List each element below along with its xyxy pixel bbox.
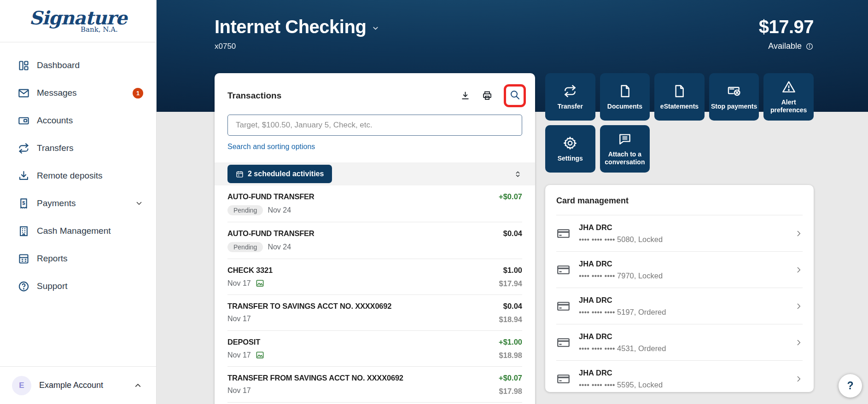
sidebar-item-messages[interactable]: Messages 1 <box>0 79 156 107</box>
svg-text:$: $ <box>22 200 25 206</box>
transaction-row[interactable]: TRANSFER TO SAVINGS ACCT NO. XXXX0692 No… <box>227 295 522 331</box>
card-name: JHA DRC <box>579 260 786 268</box>
card-row[interactable]: JHA DRC •••• •••• •••• 5080, Locked <box>556 215 803 252</box>
chevron-right-icon <box>795 266 803 274</box>
stop-payment-icon <box>727 84 741 98</box>
sidebar-item-transfers[interactable]: Transfers <box>0 134 156 162</box>
status-badge: Pending <box>227 205 263 215</box>
attach-to-conversation-button[interactable]: Attach to a conversation <box>600 125 650 173</box>
transaction-name: DEPOSIT <box>227 338 264 346</box>
transaction-amount: $0.04 <box>503 229 522 238</box>
transaction-amount: $0.04 <box>499 302 522 311</box>
transaction-row[interactable]: AUTO-FUND TRANSFER Pending Nov 24 +$0.07 <box>227 185 522 222</box>
transaction-date: Nov 17 <box>227 315 251 323</box>
chevron-right-icon <box>795 230 803 237</box>
sidebar-nav: Dashboard Messages 1 Accounts Transfers <box>0 42 156 300</box>
scheduled-activities-button[interactable]: 2 scheduled activities <box>227 165 332 183</box>
transaction-row[interactable]: AUTO-FUND TRANSFER Pending Nov 24 $0.04 <box>227 222 522 259</box>
card-management-panel: Card management JHA DRC •••• •••• •••• 5… <box>545 185 814 392</box>
transaction-amount: +$0.07 <box>499 192 522 201</box>
info-icon[interactable] <box>805 42 814 51</box>
running-balance: $18.94 <box>499 315 522 324</box>
reports-icon <box>17 253 30 265</box>
settings-button[interactable]: Settings <box>545 125 595 173</box>
quick-action-label: Transfer <box>558 103 583 110</box>
document-icon <box>672 84 687 98</box>
transaction-row[interactable]: TRANSFER FROM SAVINGS ACCT NO. XXXX0692 … <box>227 367 522 403</box>
check-image-icon[interactable] <box>256 351 264 359</box>
transaction-name: TRANSFER FROM SAVINGS ACCT NO. XXXX0692 <box>227 374 403 382</box>
sidebar-item-label: Accounts <box>37 115 143 126</box>
sidebar-item-dashboard[interactable]: Dashboard <box>0 52 156 79</box>
card-name: JHA DRC <box>579 296 786 305</box>
card-name: JHA DRC <box>579 332 786 341</box>
card-row[interactable]: JHA DRC •••• •••• •••• 4531, Ordered <box>556 324 803 361</box>
sidebar-item-accounts[interactable]: Accounts <box>0 107 156 134</box>
alert-preferences-button[interactable]: Alert preferences <box>763 73 814 121</box>
quick-actions: Transfer Documents eStatements <box>545 73 814 173</box>
stop-payments-button[interactable]: Stop payments <box>709 73 759 121</box>
sidebar-item-label: Messages <box>37 88 126 98</box>
sidebar-item-label: Dashboard <box>37 60 143 70</box>
transaction-amount: +$0.07 <box>499 374 522 382</box>
chevron-right-icon <box>795 339 803 346</box>
payments-icon: $ <box>17 197 30 210</box>
envelope-icon <box>17 87 30 99</box>
print-icon[interactable] <box>482 90 493 101</box>
building-icon <box>17 225 30 237</box>
calendar-icon <box>236 170 244 178</box>
sidebar-item-reports[interactable]: Reports <box>0 245 156 272</box>
quick-action-label: Alert preferences <box>765 98 812 114</box>
sidebar-item-label: Transfers <box>37 143 143 153</box>
card-row[interactable]: JHA DRC •••• •••• •••• 5197, Ordered <box>556 288 803 324</box>
card-detail: •••• •••• •••• 5080, Locked <box>579 235 786 244</box>
transaction-date: Nov 24 <box>268 243 291 251</box>
transaction-row[interactable]: CHECK 3321 Nov 17 $1.00 $17.94 <box>227 259 522 295</box>
search-sorting-options-link[interactable]: Search and sorting options <box>227 143 315 151</box>
chevron-right-icon <box>795 302 803 310</box>
check-image-icon[interactable] <box>256 279 264 288</box>
transaction-name: AUTO-FUND TRANSFER <box>227 192 315 201</box>
available-balance: $17.97 <box>759 17 814 37</box>
status-badge: Pending <box>227 242 263 252</box>
document-icon <box>618 84 632 98</box>
documents-button[interactable]: Documents <box>600 73 650 121</box>
transaction-row[interactable]: DEPOSIT Nov 17 +$1.00 $18.98 <box>227 331 522 367</box>
running-balance: $18.98 <box>499 351 522 360</box>
transaction-amount: $1.00 <box>499 266 522 275</box>
chevron-down-icon <box>135 199 143 208</box>
chevron-right-icon <box>795 375 803 383</box>
download-icon[interactable] <box>460 91 471 101</box>
account-switcher[interactable]: E Example Account <box>0 366 156 404</box>
running-balance: $17.98 <box>499 387 522 396</box>
transactions-title: Transactions <box>227 91 281 101</box>
quick-action-label: Stop payments <box>711 103 757 110</box>
sidebar-item-payments[interactable]: $ Payments <box>0 190 156 217</box>
transfer-button[interactable]: Transfer <box>545 73 595 121</box>
sort-order-icon[interactable] <box>513 170 522 179</box>
sidebar: Signature Bank, N.A. Dashboard Messages … <box>0 0 157 404</box>
credit-card-icon <box>556 226 571 241</box>
transaction-search-input[interactable] <box>227 115 522 136</box>
account-switcher-name: Example Account <box>39 381 126 390</box>
estatements-button[interactable]: eStatements <box>654 73 705 121</box>
quick-action-label: Settings <box>558 155 583 162</box>
sidebar-item-label: Payments <box>37 198 128 208</box>
bank-logo-name: Signature <box>29 9 127 27</box>
search-icon[interactable] <box>509 89 520 100</box>
card-row[interactable]: JHA DRC •••• •••• •••• 7970, Locked <box>556 252 803 288</box>
scheduled-activities-bar: 2 scheduled activities <box>215 162 535 185</box>
card-detail: •••• •••• •••• 7970, Locked <box>579 271 786 280</box>
sidebar-item-cash-management[interactable]: Cash Management <box>0 217 156 245</box>
quick-action-label: eStatements <box>660 103 699 110</box>
transaction-date: Nov 24 <box>268 206 291 214</box>
sidebar-item-remote-deposits[interactable]: Remote deposits <box>0 162 156 190</box>
messages-unread-badge: 1 <box>133 88 143 98</box>
account-title-dropdown[interactable]: Internet Checking <box>215 17 379 37</box>
scheduled-activities-label: 2 scheduled activities <box>248 170 324 178</box>
chevron-down-icon <box>372 24 379 32</box>
card-row[interactable]: JHA DRC •••• •••• •••• 5595, Locked <box>556 361 803 392</box>
sidebar-item-label: Support <box>37 281 143 291</box>
transaction-date: Nov 17 <box>227 351 251 359</box>
sidebar-item-support[interactable]: Support <box>0 272 156 300</box>
